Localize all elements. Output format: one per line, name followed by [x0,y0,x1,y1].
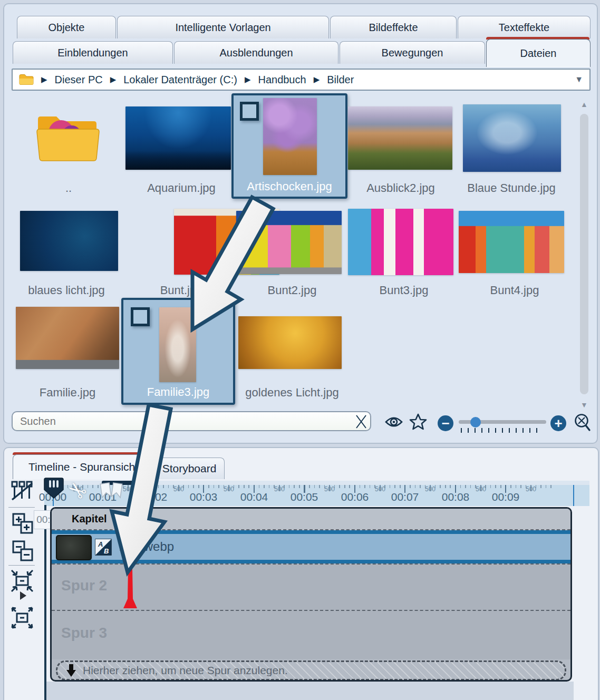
selection-checkbox[interactable] [131,307,150,326]
file-thumbnail [16,307,119,369]
zoom-slider-thumb[interactable] [470,417,481,427]
ruler-end-marker [573,485,574,506]
scroll-down-icon[interactable]: ▼ [579,401,589,409]
zoom-in-icon[interactable]: + [550,415,566,431]
tab-bewegungen[interactable]: Bewegungen [340,41,485,64]
tab-ausblendungen[interactable]: Ausblendungen [174,41,338,64]
ruler-sublabel: 500 [420,485,441,493]
scroll-up-icon[interactable]: ▲ [579,100,589,109]
file-label: Ausblick2.jpg [343,181,459,195]
tab-storyboard[interactable]: Storyboard [154,458,225,479]
zoom-in-tracks-icon[interactable] [12,512,34,534]
chevron-right-icon: ▶ [314,75,320,84]
tab-dateien[interactable]: Dateien [486,39,591,67]
scrollbar-thumb[interactable] [580,114,588,394]
zoom-out-icon[interactable]: − [438,415,453,431]
zoom-out-tracks-icon[interactable] [12,540,34,562]
file-label: Bunt3.jpg [346,284,462,297]
selection-checkbox[interactable] [240,102,259,121]
grid-scrollbar[interactable]: ▲ ▼ [579,99,589,411]
media-pool-panel: Objekte Intelligente Vorlagen Bildeffekt… [3,3,598,444]
file-label: .. [11,181,127,195]
timeline-background [46,682,574,700]
clip-name[interactable]: b06.webp [119,539,174,554]
track-label: Spur 3 [61,625,107,641]
track-2[interactable]: Spur 2 [52,563,570,611]
toolbar-separator [8,565,35,566]
file-item-selected[interactable]: Familie3.jpg [121,298,235,405]
track-1[interactable]: A B b06.webp [52,530,570,563]
tab-texteffekte[interactable]: Texteffekte [458,16,591,38]
ruler-sublabel: 500 [168,485,189,493]
file-label: Bunt.jpg [123,284,239,297]
enlarge-all-tracks-icon[interactable] [11,606,34,629]
file-thumbnail [236,211,342,274]
search-input[interactable] [12,411,371,431]
svg-text:A: A [98,540,103,548]
file-thumbnail [125,106,231,170]
track-container: Kapitel A B b06.webp Spur 2 Spur 3 Hierh… [50,507,572,682]
chevron-right-icon: ▶ [245,75,251,84]
ruler-sublabel: 500 [370,485,391,493]
folder-icon [19,74,34,85]
file-thumbnail [348,209,453,275]
tab-objekte[interactable]: Objekte [17,16,116,38]
file-item-selected[interactable]: Artischocken.jpg [231,93,347,199]
eye-icon[interactable] [385,415,403,429]
svg-text:B: B [104,547,109,555]
file-thumbnail [348,106,452,170]
file-thumbnail [20,211,118,271]
image-text-ab-icon: A B [95,539,112,556]
tab-intelligente-vorlagen[interactable]: Intelligente Vorlagen [117,16,329,38]
file-label: Blaue Stunde.jpg [453,181,569,195]
breadcrumb-item-handbuch[interactable]: Handbuch [258,74,306,86]
new-track-drop-zone[interactable]: Hierher ziehen, um neue Spur anzulegen. [56,660,566,680]
breadcrumb: ▶ Dieser PC ▶ Lokaler Datenträger (C:) ▶… [12,69,591,91]
clear-search-icon[interactable] [354,415,368,429]
ruler-sublabel: 500 [470,485,491,493]
file-label: blaues licht.jpg [8,284,124,297]
file-thumbnail [459,211,564,273]
ruler-sublabel: 500 [520,485,541,493]
breadcrumb-item-bilder[interactable]: Bilder [327,74,354,86]
shrink-all-tracks-icon[interactable] [11,569,34,592]
minus-glyph: − [441,416,449,430]
ruler-sublabel: 500 [269,485,290,493]
track-label: Spur 2 [61,577,107,594]
breadcrumb-dropdown-icon[interactable]: ▼ [575,75,583,84]
tab-einblendungen[interactable]: Einblendungen [13,41,173,64]
file-thumbnail [159,307,196,382]
file-thumbnail [463,104,561,172]
folder-up-icon [32,108,103,162]
file-label: Familie.jpg [9,386,125,400]
arrow-down-icon [66,664,76,677]
breadcrumb-item-dieser-pc[interactable]: Dieser PC [55,74,103,86]
tab-bildeffekte[interactable]: Bildeffekte [330,16,457,38]
file-label: goldenes Licht.jpg [234,386,350,400]
plus-glyph: + [554,416,562,430]
star-icon[interactable] [409,413,427,431]
expand-icon[interactable] [20,591,26,600]
file-thumbnail [238,316,342,369]
file-label: Bunt4.jpg [457,284,573,297]
clip-thumbnail[interactable] [56,535,92,560]
file-thumbnail [263,98,317,175]
split-marker-icon[interactable] [99,482,124,504]
file-label: Aquarium.jpg [123,181,239,195]
file-label: Bunt2.jpg [234,284,350,297]
ruler-sublabel: 500 [218,485,239,493]
chevron-right-icon: ▶ [41,75,47,84]
file-label: Familie3.jpg [123,385,233,399]
zoom-fit-icon[interactable] [574,413,592,432]
chevron-right-icon: ▶ [110,75,117,84]
file-label: Artischocken.jpg [234,180,345,193]
timeline-left-edge [44,505,46,700]
track-3[interactable]: Spur 3 [52,610,570,659]
breadcrumb-item-laufwerk-c[interactable]: Lokaler Datenträger (C:) [123,74,237,86]
tab-timeline-spuransicht[interactable]: Timeline - Spuransicht [13,454,154,479]
playhead-marker[interactable] [44,478,64,504]
toolbar-separator [8,507,35,508]
chapter-track[interactable]: Kapitel [52,509,570,530]
chapter-label: Kapitel [72,513,107,525]
ruler-sublabel: 500 [319,485,340,493]
